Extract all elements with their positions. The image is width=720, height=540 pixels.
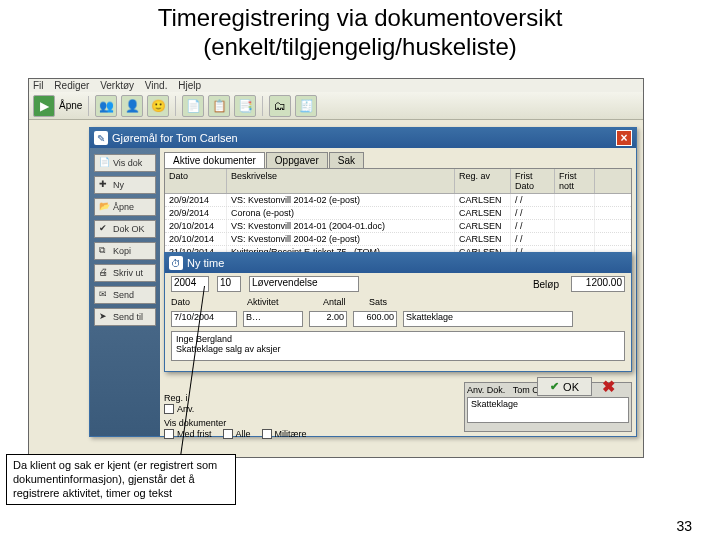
nytime-titlebar[interactable]: ⏱ Ny time [165,253,631,273]
menubar: Fil Rediger Verktøy Vind. Hjelp [29,79,643,92]
nytime-dialog: ⏱ Ny time 2004 10 Løvervendelse Beløp 12… [164,252,632,372]
tab-aktive[interactable]: Aktive dokumenter [164,152,265,168]
toolbar-icon-1[interactable]: 👥 [95,95,117,117]
belop-field: 1200.00 [571,276,625,292]
cancel-button[interactable]: ✖ [602,377,615,396]
belop-label: Beløp [533,279,559,290]
radio-medfrist[interactable] [164,429,174,439]
grid-header: Dato Beskrivelse Reg. av Frist Dato Fris… [165,169,631,194]
callout-box: Da klient og sak er kjent (er registrert… [6,454,236,505]
satsname-field[interactable]: Skatteklage [403,311,573,327]
tabs: Aktive dokumenter Oppgaver Sak [160,148,636,168]
checkbox-anv[interactable] [164,404,174,414]
main-toolbar: ▶ Åpne 👥 👤 🙂 📄 📋 📑 🗂 🧾 [29,92,643,120]
sidebar-send[interactable]: ✉Send [94,286,156,304]
sats-field[interactable]: 600.00 [353,311,397,327]
tasks-title-icon: ✎ [94,131,108,145]
sidebar-kopi[interactable]: ⧉Kopi [94,242,156,260]
sidebar-apne[interactable]: 📂Åpne [94,198,156,216]
sidebar-dokok[interactable]: ✔Dok OK [94,220,156,238]
page-number: 33 [676,518,692,534]
menu-verktoy[interactable]: Verktøy [100,80,134,91]
table-row[interactable]: 20/9/2014Corona (e-post)CARLSEN/ / [165,207,631,220]
dato-field[interactable]: 7/10/2004 [171,311,237,327]
slide-title-line2: (enkelt/tilgjengelig/huskeliste) [0,33,720,62]
open-button[interactable]: ▶ [33,95,55,117]
menu-rediger[interactable]: Rediger [54,80,89,91]
toolbar-icon-8[interactable]: 🧾 [295,95,317,117]
code-field[interactable]: 10 [217,276,241,292]
toolbar-icon-2[interactable]: 👤 [121,95,143,117]
slide-title-line1: Timeregistrering via dokumentoversikt [0,4,720,33]
sidebar-sendtil[interactable]: ➤Send til [94,308,156,326]
tasks-titlebar[interactable]: ✎ Gjøremål for Tom Carlsen × [90,128,636,148]
toolbar-icon-6[interactable]: 📑 [234,95,256,117]
tasks-window: ✎ Gjøremål for Tom Carlsen × 📄Vis dok ✚N… [89,127,637,437]
tasks-title: Gjøremål for Tom Carlsen [112,132,238,144]
menu-hjelp[interactable]: Hjelp [178,80,201,91]
aktivitet-field[interactable]: B… [243,311,303,327]
table-row[interactable]: 20/9/2014VS: Kvestonvill 2014-02 (e-post… [165,194,631,207]
close-icon[interactable]: × [616,130,632,146]
toolbar-icon-5[interactable]: 📋 [208,95,230,117]
app-window: Fil Rediger Verktøy Vind. Hjelp ▶ Åpne 👥… [28,78,644,458]
year-field[interactable]: 2004 [171,276,209,292]
nytime-title: Ny time [187,257,224,269]
toolbar-icon-4[interactable]: 📄 [182,95,204,117]
check-icon: ✔ [550,380,559,393]
tasks-sidebar: 📄Vis dok ✚Ny 📂Åpne ✔Dok OK ⧉Kopi 🖨Skriv … [90,148,160,436]
toolbar-icon-7[interactable]: 🗂 [269,95,291,117]
note-textarea[interactable]: Inge Bergland Skatteklage salg av aksjer [171,331,625,361]
sidebar-skrivut[interactable]: 🖨Skriv ut [94,264,156,282]
menu-fil[interactable]: Fil [33,80,44,91]
radio-alle[interactable] [223,429,233,439]
document-grid[interactable]: Dato Beskrivelse Reg. av Frist Dato Fris… [164,168,632,264]
tab-sak[interactable]: Sak [329,152,364,168]
toolbar-icon-3[interactable]: 🙂 [147,95,169,117]
tab-oppgaver[interactable]: Oppgaver [266,152,328,168]
sidebar-ny[interactable]: ✚Ny [94,176,156,194]
ok-button[interactable]: ✔OK [537,377,592,396]
desc-field[interactable]: Løvervendelse [249,276,359,292]
antall-field[interactable]: 2.00 [309,311,347,327]
open-label: Åpne [59,100,82,111]
table-row[interactable]: 20/10/2014VS: Kvestonvill 2014-01 (2004-… [165,220,631,233]
menu-vindu[interactable]: Vind. [145,80,168,91]
clock-icon: ⏱ [169,256,183,270]
table-row[interactable]: 20/10/2014VS: Kvestonvill 2004-02 (e-pos… [165,233,631,246]
sidebar-visdok[interactable]: 📄Vis dok [94,154,156,172]
radio-mil[interactable] [262,429,272,439]
